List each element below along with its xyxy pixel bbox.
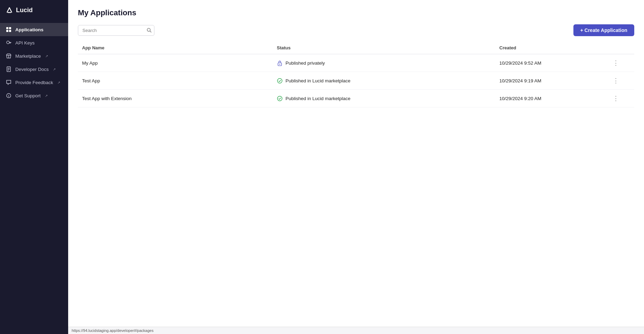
sidebar-item-applications[interactable]: Applications bbox=[0, 23, 68, 36]
published-status-icon bbox=[277, 96, 283, 101]
sidebar-logo[interactable]: Lucid bbox=[0, 0, 68, 20]
row-actions-button[interactable]: ⋮ bbox=[611, 94, 621, 103]
col-header-name: App Name bbox=[78, 42, 273, 54]
sidebar: Lucid Applications bbox=[0, 0, 68, 334]
support-icon bbox=[6, 92, 12, 99]
external-link-icon: ↗ bbox=[45, 94, 48, 98]
actions-cell: ⋮ bbox=[606, 54, 634, 72]
content-area: My Applications + Create Application App… bbox=[68, 0, 644, 327]
app-name-cell: My App bbox=[78, 54, 273, 72]
status-cell: Published in Lucid marketplace bbox=[273, 90, 495, 107]
lucid-logo-icon bbox=[6, 6, 13, 14]
created-cell: 10/29/2024 9:52 AM bbox=[495, 54, 606, 72]
toolbar: + Create Application bbox=[78, 24, 634, 36]
search-icon bbox=[147, 28, 152, 33]
svg-rect-0 bbox=[6, 27, 8, 29]
sidebar-item-label: Marketplace bbox=[15, 54, 41, 59]
svg-point-12 bbox=[277, 96, 282, 101]
sidebar-nav: Applications API Keys bbox=[0, 20, 68, 334]
status-text: Published privately bbox=[285, 60, 325, 66]
external-link-icon: ↗ bbox=[53, 67, 56, 71]
table-row: Test App Published in Lucid marketplace bbox=[78, 72, 634, 90]
status-url: https://94.lucidstaging.app/developer#/p… bbox=[72, 328, 153, 333]
grid-icon bbox=[6, 26, 12, 33]
external-link-icon: ↗ bbox=[57, 81, 60, 84]
sidebar-item-label: API Keys bbox=[15, 40, 35, 46]
feedback-icon bbox=[6, 79, 12, 85]
status-text: Published in Lucid marketplace bbox=[285, 96, 351, 101]
row-actions-button[interactable]: ⋮ bbox=[611, 58, 621, 67]
search-button[interactable] bbox=[147, 28, 152, 33]
marketplace-icon bbox=[6, 53, 12, 59]
sidebar-item-get-support[interactable]: Get Support ↗ bbox=[0, 89, 68, 102]
sidebar-item-developer-docs[interactable]: Developer Docs ↗ bbox=[0, 63, 68, 76]
search-input[interactable] bbox=[78, 25, 154, 36]
main-content: My Applications + Create Application App… bbox=[68, 0, 644, 334]
status-cell: Published in Lucid marketplace bbox=[273, 72, 495, 90]
status-text: Published in Lucid marketplace bbox=[285, 78, 351, 83]
table-row: Test App with Extension Published in Luc… bbox=[78, 90, 634, 107]
table-row: My App Published privately bbox=[78, 54, 634, 72]
sidebar-item-label: Provide Feedback bbox=[15, 80, 53, 85]
key-icon bbox=[6, 40, 12, 46]
svg-rect-3 bbox=[9, 30, 11, 32]
col-header-status: Status bbox=[273, 42, 495, 54]
svg-point-10 bbox=[279, 64, 280, 65]
svg-rect-2 bbox=[6, 30, 8, 32]
app-name-cell: Test App with Extension bbox=[78, 90, 273, 107]
row-actions-button[interactable]: ⋮ bbox=[611, 76, 621, 85]
col-header-created: Created bbox=[495, 42, 606, 54]
status-cell: Published privately bbox=[273, 54, 495, 72]
actions-cell: ⋮ bbox=[606, 90, 634, 107]
sidebar-item-label: Developer Docs bbox=[15, 67, 49, 72]
created-cell: 10/29/2024 9:20 AM bbox=[495, 90, 606, 107]
svg-point-11 bbox=[277, 78, 282, 83]
private-status-icon bbox=[277, 60, 283, 66]
sidebar-item-label: Get Support bbox=[15, 93, 41, 98]
table-header: App Name Status Created bbox=[78, 42, 634, 54]
sidebar-item-label: Applications bbox=[15, 27, 43, 32]
applications-table: App Name Status Created My App bbox=[78, 42, 634, 107]
svg-point-7 bbox=[9, 95, 9, 95]
sidebar-item-api-keys[interactable]: API Keys bbox=[0, 36, 68, 49]
search-wrapper bbox=[78, 25, 154, 36]
table-body: My App Published privately bbox=[78, 54, 634, 107]
docs-icon bbox=[6, 66, 12, 72]
app-name-cell: Test App bbox=[78, 72, 273, 90]
published-status-icon bbox=[277, 78, 283, 84]
create-application-button[interactable]: + Create Application bbox=[573, 24, 634, 36]
svg-rect-1 bbox=[9, 27, 11, 29]
col-header-actions bbox=[606, 42, 634, 54]
external-link-icon: ↗ bbox=[45, 54, 48, 58]
created-cell: 10/29/2024 9:19 AM bbox=[495, 72, 606, 90]
sidebar-item-provide-feedback[interactable]: Provide Feedback ↗ bbox=[0, 76, 68, 89]
logo-text: Lucid bbox=[16, 7, 33, 14]
sidebar-item-marketplace[interactable]: Marketplace ↗ bbox=[0, 49, 68, 63]
actions-cell: ⋮ bbox=[606, 72, 634, 90]
status-bar: https://94.lucidstaging.app/developer#/p… bbox=[68, 327, 644, 334]
page-title: My Applications bbox=[78, 8, 634, 17]
